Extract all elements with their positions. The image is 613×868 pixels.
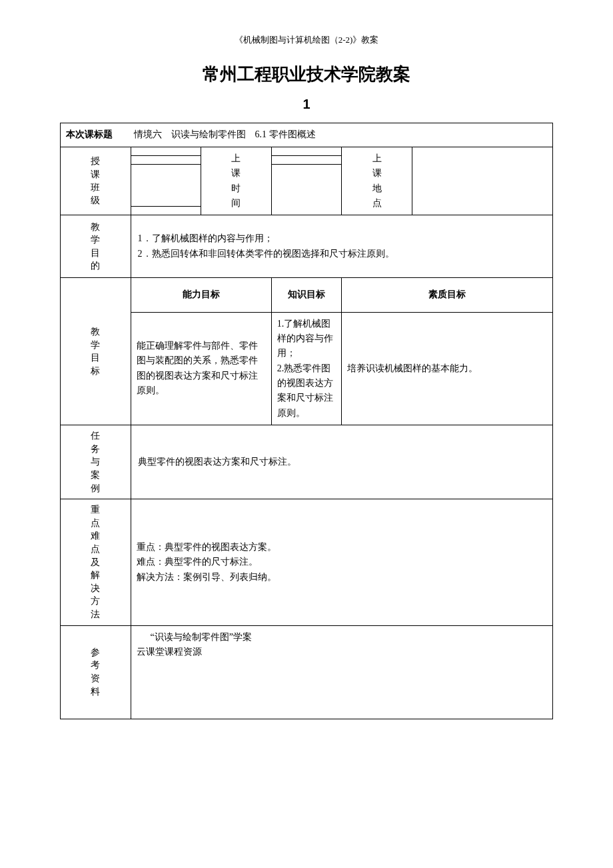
page-title: 常州工程职业技术学院教案 (60, 61, 553, 89)
char: 课 (66, 168, 125, 181)
page-subtitle: 1 (60, 93, 553, 115)
goals-quality: 培养识读机械图样的基本能力。 (342, 312, 553, 425)
class-time-value-2 (271, 155, 342, 164)
class-time-label: 上 课 时 间 (201, 147, 272, 215)
char: 案 (66, 469, 125, 482)
resources-content: “识读与绘制零件图”学案 云课堂课程资源 (131, 625, 552, 719)
class-value-4 (131, 207, 201, 215)
char: 班 (66, 181, 125, 195)
char: 的 (66, 259, 125, 273)
resources-label: 参 考 资 料 (61, 625, 131, 719)
char: 目 (66, 247, 125, 260)
keypoints-content: 重点：典型零件的视图表达方案。 难点：典型零件的尺寸标注。 解决方法：案例引导、… (131, 499, 552, 625)
char: 决 (66, 582, 125, 595)
char: 时 (207, 181, 266, 196)
class-time-value-3 (271, 164, 342, 215)
goals-ability: 能正确理解零件与部件、零件图与装配图的关系，熟悉零件图的视图表达方案和尺寸标注原… (131, 312, 271, 425)
task-content: 典型零件的视图表达方案和尺寸标注。 (131, 425, 552, 499)
char: 参 (66, 646, 125, 659)
char: 料 (66, 685, 125, 699)
purpose-line-2: 2．熟悉回转体和非回转体类零件的视图选择和尺寸标注原则。 (138, 247, 546, 261)
char: 点 (347, 196, 406, 211)
char: 课 (207, 166, 266, 181)
topic-row: 本次课标题 情境六 识读与绘制零件图 6.1 零件图概述 (61, 123, 553, 147)
knowledge-line-1: 1.了解机械图样的内容与作用； (277, 317, 336, 361)
char: 点 (66, 517, 125, 530)
knowledge-line-2: 2.熟悉零件图的视图表达方案和尺寸标注原则。 (277, 361, 336, 421)
char: 级 (66, 194, 125, 207)
char: 间 (207, 196, 266, 211)
teach-class-label: 授 课 班 级 (61, 147, 131, 215)
lesson-plan-table: 本次课标题 情境六 识读与绘制零件图 6.1 零件图概述 授 课 班 级 上 课… (60, 123, 553, 719)
char: 考 (66, 659, 125, 672)
task-label: 任 务 与 案 例 (61, 425, 131, 499)
resources-line-2: 云课堂课程资源 (137, 645, 547, 659)
goals-header-quality: 素质目标 (342, 278, 553, 312)
topic-label: 本次课标题 (66, 129, 113, 139)
resources-line-1: “识读与绘制零件图”学案 (137, 630, 547, 645)
goals-knowledge: 1.了解机械图样的内容与作用； 2.熟悉零件图的视图表达方案和尺寸标注原则。 (271, 312, 342, 425)
char: 与 (66, 455, 125, 469)
char: 课 (347, 166, 406, 181)
char: 学 (66, 233, 125, 247)
goals-label: 教 学 目 标 (61, 278, 131, 425)
keypoints-line-2: 难点：典型零件的尺寸标注。 (137, 555, 547, 569)
keypoints-line-3: 解决方法：案例引导、列表归纳。 (137, 570, 547, 585)
class-time-value-1 (271, 147, 342, 155)
keypoints-label: 重 点 难 点 及 解 决 方 法 (61, 499, 131, 625)
char: 目 (66, 351, 125, 365)
goals-header-ability: 能力目标 (131, 278, 271, 312)
char: 学 (66, 339, 125, 352)
char: 上 (347, 151, 406, 166)
char: 法 (66, 608, 125, 621)
char: 授 (66, 155, 125, 168)
char: 解 (66, 569, 125, 582)
class-value-3 (131, 164, 201, 207)
char: 地 (347, 181, 406, 196)
topic-content: 情境六 识读与绘制零件图 6.1 零件图概述 (134, 129, 316, 139)
class-place-value (412, 147, 552, 215)
char: 点 (66, 543, 125, 556)
keypoints-line-1: 重点：典型零件的视图表达方案。 (137, 540, 547, 555)
purpose-label: 教 学 目 的 (61, 215, 131, 278)
char: 例 (66, 482, 125, 495)
goals-header-knowledge: 知识目标 (271, 278, 342, 312)
char: 任 (66, 429, 125, 443)
purpose-content: 1．了解机械图样的内容与作用； 2．熟悉回转体和非回转体类零件的视图选择和尺寸标… (131, 215, 552, 278)
topic-value (115, 129, 134, 139)
purpose-line-1: 1．了解机械图样的内容与作用； (138, 231, 546, 246)
class-place-label: 上 课 地 点 (342, 147, 412, 215)
class-value-2 (131, 155, 201, 164)
class-value-1 (131, 147, 201, 155)
char: 重 (66, 503, 125, 517)
char: 教 (66, 221, 125, 234)
char: 教 (66, 325, 125, 339)
char: 标 (66, 365, 125, 378)
char: 资 (66, 672, 125, 685)
char: 务 (66, 443, 125, 456)
page-header: 《机械制图与计算机绘图（2-2)》教案 (60, 33, 553, 47)
char: 方 (66, 595, 125, 608)
char: 及 (66, 556, 125, 569)
char: 难 (66, 529, 125, 543)
char: 上 (207, 151, 266, 166)
